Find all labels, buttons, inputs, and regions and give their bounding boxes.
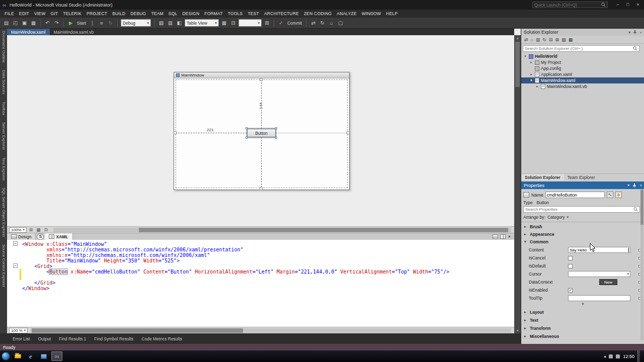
zoom-combo[interactable]: ▾ bbox=[238, 19, 262, 27]
scrollbar-thumb[interactable] bbox=[515, 42, 520, 87]
tab-mainwindow-xaml-vb[interactable]: MainWindow.xaml.vb bbox=[50, 29, 98, 35]
category-common[interactable]: ▾ Common bbox=[521, 238, 644, 245]
chevron-down-icon[interactable]: ▾ bbox=[523, 54, 527, 58]
new-project-icon[interactable]: ▤ bbox=[3, 19, 10, 27]
chevron-right-icon[interactable]: ▸ bbox=[529, 60, 533, 64]
menu-item[interactable]: DEBUG bbox=[128, 10, 148, 17]
taskbar-visual-studio-icon[interactable]: ∞ bbox=[51, 351, 62, 361]
options-icon[interactable]: ◧ bbox=[176, 19, 183, 27]
minimize-button[interactable]: − bbox=[613, 0, 623, 9]
quick-launch-input[interactable] bbox=[533, 3, 601, 8]
right-anchor-icon[interactable] bbox=[347, 131, 350, 134]
xaml-tab[interactable]: XAML bbox=[45, 233, 72, 240]
design-grid[interactable]: 144 221 Button bbox=[174, 78, 349, 190]
debug-configuration-combo[interactable]: Debug ▾ bbox=[121, 19, 151, 27]
tree-item-helloworld[interactable]: ▾ HelloWorld bbox=[521, 53, 644, 59]
bottom-panel-tab[interactable]: Error List bbox=[9, 335, 33, 343]
left-anchor-icon[interactable] bbox=[174, 131, 177, 134]
menu-item[interactable]: FORMAT bbox=[202, 10, 225, 17]
design-tab[interactable]: Design bbox=[7, 233, 36, 240]
category-transform[interactable]: ▸ Transform bbox=[521, 325, 644, 332]
editor-horizontal-scrollbar[interactable] bbox=[31, 328, 511, 333]
arrange-by-control[interactable]: Arrange by: Category ▾ bbox=[523, 215, 569, 220]
tray-icon[interactable] bbox=[616, 354, 620, 358]
preview-icon[interactable]: ▦ bbox=[569, 37, 573, 42]
chevron-down-icon[interactable]: ▾ bbox=[627, 183, 629, 188]
tree-item-app-config[interactable]: App.config bbox=[521, 65, 644, 71]
snap-icon[interactable]: ⊟ bbox=[43, 227, 49, 232]
commit-icon[interactable]: ✓ bbox=[277, 19, 285, 27]
menu-item[interactable]: TOOLS bbox=[225, 10, 246, 17]
bottom-anchor-icon[interactable] bbox=[260, 187, 263, 190]
refresh-icon[interactable]: ↻ bbox=[318, 19, 326, 27]
cursor-dropdown[interactable]: ▾ bbox=[568, 271, 630, 277]
scrollbar-thumb[interactable] bbox=[640, 190, 643, 225]
menu-item[interactable]: ZEN CODING bbox=[301, 10, 334, 17]
category-layout[interactable]: ▸ Layout bbox=[521, 309, 644, 316]
close-icon[interactable]: × bbox=[639, 183, 642, 188]
bottom-panel-tab[interactable]: Find Results 1 bbox=[55, 335, 90, 343]
xaml-code[interactable]: <Window x:Class="MainWindow" xmlns="http… bbox=[22, 241, 512, 291]
side-tool-tab[interactable]: SQL Server Object Explorer bbox=[2, 188, 6, 237]
vertical-split-icon[interactable] bbox=[500, 234, 506, 239]
properties-search-box[interactable] bbox=[523, 206, 640, 213]
show-grid-icon[interactable]: ▦ bbox=[35, 227, 42, 232]
menu-item[interactable]: TEST bbox=[245, 10, 262, 17]
horizontal-split-icon[interactable] bbox=[493, 234, 498, 239]
properties-header[interactable]: Properties ▾ × bbox=[521, 182, 644, 189]
properties-search-input[interactable] bbox=[524, 207, 633, 212]
tooltip-input[interactable] bbox=[570, 296, 629, 301]
tree-item-mainwindow-xaml[interactable]: ▾ MainWindow.xaml bbox=[521, 77, 644, 83]
taskbar-ie-icon[interactable]: e bbox=[25, 351, 36, 361]
home-icon[interactable]: ⌂ bbox=[328, 19, 335, 27]
fit-to-screen-icon[interactable]: ⊞ bbox=[28, 227, 34, 232]
chevron-right-icon[interactable]: ▸ bbox=[535, 84, 539, 88]
tooltip-field[interactable] bbox=[568, 295, 630, 301]
bottom-panel-tab[interactable]: Code Metrics Results bbox=[138, 335, 186, 343]
category-appearance[interactable]: ▸ Appearance bbox=[521, 231, 644, 238]
taskbar-app-icon[interactable] bbox=[38, 351, 49, 361]
side-tool-tab[interactable]: Source Control Explorer bbox=[2, 244, 6, 287]
fold-collapse-icon[interactable]: − bbox=[13, 263, 18, 268]
back-icon[interactable]: ⇄ bbox=[524, 37, 528, 42]
taskbar-explorer-icon[interactable] bbox=[12, 351, 23, 361]
show-advanced-properties-chevron[interactable]: ▾ bbox=[521, 302, 644, 306]
show-desktop-button[interactable] bbox=[637, 350, 640, 362]
stop-icon[interactable]: ■ bbox=[98, 19, 105, 27]
chevron-down-icon[interactable]: ▾ bbox=[628, 30, 630, 35]
scrollbar-thumb[interactable] bbox=[139, 228, 508, 232]
fold-collapse-icon[interactable]: − bbox=[13, 241, 18, 246]
quick-launch-box[interactable] bbox=[532, 2, 608, 8]
pin-icon[interactable] bbox=[632, 184, 636, 188]
close-button[interactable]: × bbox=[633, 0, 643, 9]
side-tool-tab[interactable]: Toolbox bbox=[2, 102, 6, 116]
close-icon[interactable]: × bbox=[639, 30, 642, 35]
resize-handle[interactable] bbox=[246, 137, 248, 139]
collapse-all-icon[interactable]: ⊟ bbox=[549, 37, 553, 42]
bottom-panel-tab[interactable]: Output bbox=[34, 335, 54, 343]
properties-icon[interactable]: ▧ bbox=[561, 37, 566, 42]
menu-item[interactable]: SQL bbox=[166, 10, 180, 17]
designer-horizontal-scrollbar[interactable] bbox=[53, 228, 511, 232]
commit-label[interactable]: Commit bbox=[286, 21, 303, 26]
tray-icon[interactable] bbox=[609, 354, 613, 358]
menu-item[interactable]: PROJECT bbox=[84, 10, 110, 17]
save-all-icon[interactable]: ▦ bbox=[30, 19, 37, 27]
solution-explorer-search-box[interactable] bbox=[523, 45, 639, 52]
tab-solution-explorer[interactable]: Solution Explorer bbox=[521, 174, 564, 180]
table-view-combo[interactable]: Table View ▾ bbox=[185, 19, 219, 27]
swap-panes-button[interactable]: ⇅ bbox=[37, 234, 44, 240]
refresh-icon[interactable]: ↻ bbox=[543, 37, 547, 42]
design-button[interactable]: Button bbox=[247, 129, 276, 137]
element-name-input[interactable] bbox=[545, 192, 605, 198]
start-debug-icon[interactable]: ▶ bbox=[67, 19, 74, 27]
taskbar-clock[interactable]: 12:50 bbox=[623, 354, 634, 359]
scrollbar-thumb[interactable] bbox=[32, 328, 243, 333]
isdefault-checkbox[interactable] bbox=[568, 264, 573, 268]
find-icon[interactable]: ▧ bbox=[157, 19, 165, 27]
side-tool-tab[interactable]: Data Sources bbox=[2, 70, 6, 94]
events-view-button[interactable] bbox=[615, 192, 622, 198]
start-debug-label[interactable]: Start bbox=[76, 21, 87, 26]
redo-icon[interactable]: ↷ bbox=[53, 19, 60, 27]
resize-handle[interactable] bbox=[246, 127, 248, 129]
